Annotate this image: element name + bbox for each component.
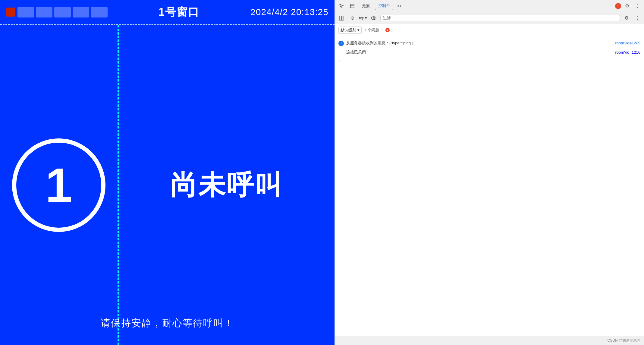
entry-icon-1: i [338,41,344,46]
footer-attribution: CSDN @我是罗易呼 [607,338,640,343]
app-favicon [6,8,15,17]
inspect-icon[interactable] [348,2,357,10]
devtools-toolbar2: ⊘ top ▾ ⚙ ⋮ [335,12,644,24]
level-arrow: ▾ [357,28,360,32]
issues-count: 1 个问题： [364,27,383,33]
devtools-tab-more[interactable]: >> [395,2,404,9]
tab-items [17,7,108,17]
top-select-label: top [359,16,364,20]
filter-settings-icon[interactable]: ⚙ [622,14,631,22]
devtools-tab-elements[interactable]: 元素 [359,2,373,10]
svg-point-5 [371,17,376,20]
cursor-icon[interactable] [337,2,346,10]
entry-link-1[interactable]: room?id=1209 [615,40,640,46]
more-icon[interactable]: ⋮ [633,2,642,10]
main-app: 1号窗口 2024/4/2 20:13:25 1 尚未呼叫 请保持安静，耐心等待… [0,0,335,345]
tab-item-4[interactable] [73,7,89,17]
top-select-arrow: ▾ [365,16,367,20]
console-second-line-1: 连接已关闭 room?id=1216 [335,48,644,57]
filter-input[interactable] [380,15,620,21]
second-line-text: 连接已关闭 [346,49,366,55]
content-area: 1 尚未呼叫 请保持安静，耐心等待呼叫！ [0,25,335,345]
tab-item-2[interactable] [36,7,52,17]
window-title: 1号窗口 [159,5,199,20]
devtools-toolbar-right: 1 ⚙ ⋮ [615,2,642,10]
filter-more-icon[interactable]: ⋮ [633,14,642,22]
svg-rect-0 [350,4,354,8]
level-selector[interactable]: 默认级别 ▾ [338,27,362,34]
top-bar: 1号窗口 2024/4/2 20:13:25 [0,0,335,24]
tab-bar [6,7,108,17]
console-entry-1: i 从服务器接收到的消息：{"type":"ping"} room?id=120… [335,39,644,48]
svg-rect-3 [341,16,344,20]
issue-badge: ■ 1 [385,28,393,32]
level-label: 默认级别 [341,27,356,33]
entry-text-1: 从服务器接收到的消息：{"type":"ping"} [346,40,611,46]
issue-dot: ■ [385,28,390,32]
eye-icon[interactable] [369,14,378,22]
tab-item-5[interactable] [91,7,108,17]
devtools-footer: CSDN @我是罗易呼 [335,336,644,345]
queue-number-circle: 1 [12,138,105,232]
issues-bar: 默认级别 ▾ 1 个问题： ■ 1 [335,24,644,36]
second-line-link[interactable]: room?id=1216 [615,50,640,55]
issue-count: 1 [391,28,393,32]
tab-item-3[interactable] [54,7,71,17]
status-text: 尚未呼叫 [170,167,283,204]
top-select[interactable]: top ▾ [359,16,367,20]
left-panel: 1 [0,25,118,345]
devtools-tab-console[interactable]: 控制台 [375,2,393,10]
tab-item-1[interactable] [17,7,34,17]
devtools-panel: 元素 控制台 >> 1 ⚙ ⋮ ⊘ top ▾ [335,0,644,345]
expand-arrow[interactable]: › [335,57,644,64]
error-badge: 1 [615,3,621,9]
right-panel: 尚未呼叫 [119,25,335,345]
settings-icon[interactable]: ⚙ [623,2,631,10]
no-icon[interactable]: ⊘ [348,14,357,22]
svg-point-6 [373,17,375,19]
console-area: i 从服务器接收到的消息：{"type":"ping"} room?id=120… [335,36,644,336]
datetime-display: 2024/4/2 20:13:25 [250,7,328,17]
dock-icon[interactable] [337,14,346,22]
issue-dot-icon: ■ [387,29,388,32]
devtools-toolbar: 元素 控制台 >> 1 ⚙ ⋮ [335,0,644,12]
bottom-message: 请保持安静，耐心等待呼叫！ [0,317,335,330]
